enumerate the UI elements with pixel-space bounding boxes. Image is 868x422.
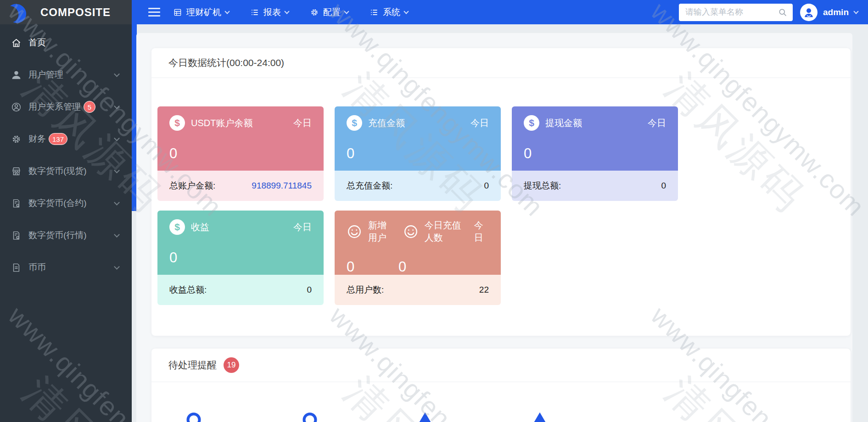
person-icon [803, 6, 815, 18]
stat-card-label: 新增用户 [368, 219, 394, 244]
chevron-down-icon [853, 9, 858, 14]
sidebar-item[interactable]: 财务137 [0, 123, 132, 155]
stat-card-value: 0 [347, 145, 398, 162]
navbar-menus: 理财矿机报表配置系统 [173, 6, 429, 18]
smile-icon [403, 224, 419, 239]
home-icon [11, 38, 22, 48]
stat-footer-label: 总充值金额: [347, 180, 392, 192]
nav-menu-label: 理财矿机 [186, 6, 221, 18]
dollar-icon: $ [169, 115, 185, 131]
user-avatar[interactable] [800, 4, 818, 21]
stat-cards-row-1: $USDT账户余额今日0总账户金额:918899.711845$充值金额今日0总… [157, 106, 851, 201]
stat-card-label: 提现金额 [545, 117, 582, 129]
user-icon [11, 70, 22, 80]
search-input[interactable] [685, 7, 778, 17]
nav-menu-item[interactable]: 报表 [250, 6, 289, 18]
smile-icon [347, 224, 362, 239]
menu-search-box [679, 4, 793, 21]
stat-card-top: $收益今日0 [157, 211, 324, 275]
stat-card-heading: $提现金额 [524, 115, 582, 131]
chevron-down-icon [114, 71, 120, 77]
sidebar-item-label: 币币 [28, 261, 46, 273]
stat-card-label: 充值金额 [368, 117, 405, 129]
stat-card-value: 0 [347, 259, 398, 275]
list-icon [370, 8, 379, 17]
stat-card-label: 今日充值人数 [425, 219, 465, 244]
sidebar-item[interactable]: 数字货币(现货) [0, 155, 132, 187]
stat-card: 新增用户今日充值人数今日00总用户数:22 [335, 211, 501, 305]
chevron-down-icon [114, 232, 120, 238]
nav-menu-item[interactable]: 系统 [370, 6, 408, 18]
stat-footer-value: 0 [661, 181, 666, 191]
nav-menu-label: 报表 [263, 6, 281, 18]
stat-card-tag: 今日 [648, 117, 666, 129]
sidebar-item[interactable]: 用户管理 [0, 59, 132, 91]
today-stats-title: 今日数据统计(00:00-24:00) [151, 48, 851, 78]
stat-card-tag: 今日 [293, 221, 312, 233]
stat-card-tag: 今日 [474, 219, 489, 244]
gear-icon [310, 8, 319, 17]
today-stats-panel: 今日数据统计(00:00-24:00) $USDT账户余额今日0总账户金额:91… [151, 48, 851, 336]
pending-reminders-panel: 待处理提醒 19 [151, 349, 851, 422]
stat-card-label: 收益 [191, 221, 209, 233]
notice-arrow-icon[interactable] [407, 411, 443, 422]
chevron-down-icon [114, 264, 120, 270]
stat-card-heading: $USDT账户余额 [169, 115, 252, 131]
stat-footer-value: 0 [484, 181, 489, 191]
search-icon[interactable] [778, 8, 787, 17]
nav-menu-label: 系统 [383, 6, 400, 18]
stat-card: $充值金额今日0总充值金额:0 [335, 106, 501, 201]
pending-count-badge: 19 [224, 357, 239, 373]
chevron-down-icon [403, 9, 409, 14]
nav-menu-item[interactable]: 配置 [310, 6, 348, 18]
sidebar-item[interactable]: 币币 [0, 251, 132, 283]
stat-card-footer: 收益总额:0 [157, 275, 324, 305]
notice-user-icon[interactable] [175, 411, 212, 422]
sidebar-item[interactable]: 数字货币(行情) [0, 219, 132, 251]
doc-gear-icon [11, 230, 22, 241]
sidebar-item[interactable]: 首页 [0, 27, 132, 59]
stat-card-heading: 新增用户 [347, 219, 394, 244]
count-badge: 5 [84, 101, 95, 113]
chevron-down-icon [114, 167, 120, 173]
stat-card-footer: 提现总额:0 [512, 171, 678, 201]
sidebar-item-label: 用户管理 [28, 69, 63, 81]
stat-card-heading: 今日充值人数 [403, 219, 465, 244]
stat-footer-label: 收益总额: [169, 284, 207, 296]
nav-menu-item[interactable]: 理财矿机 [173, 6, 229, 18]
stat-footer-value: 918899.711845 [252, 181, 312, 191]
notice-arrow-icon[interactable] [521, 411, 558, 422]
stat-card-value: 0 [398, 259, 450, 275]
stat-card-footer: 总账户金额:918899.711845 [157, 171, 324, 201]
sidebar-item[interactable]: 数字货币(合约) [0, 187, 132, 219]
sidebar-item-label: 数字货币(合约) [28, 197, 87, 209]
sidebar-item-label: 数字货币(现货) [28, 165, 87, 177]
list-icon [250, 8, 259, 17]
app-title: COMPOSITE [40, 6, 111, 19]
stat-card-top: 新增用户今日充值人数今日00 [335, 211, 501, 275]
dollar-icon: $ [347, 115, 362, 131]
stat-footer-label: 总用户数: [347, 284, 384, 296]
doc-icon [11, 262, 22, 273]
sidebar-item-label: 首页 [28, 37, 46, 49]
hamburger-menu-icon[interactable] [148, 6, 160, 19]
shop-icon [11, 166, 22, 177]
form-icon [173, 8, 182, 17]
stat-card-value: 0 [169, 250, 221, 266]
sidebar-item[interactable]: 用户关系管理5 [0, 91, 132, 123]
pending-reminders-header: 待处理提醒 19 [151, 349, 851, 382]
stat-card-heading: $充值金额 [347, 115, 405, 131]
username[interactable]: admin [823, 7, 849, 17]
stat-card: $提现金额今日0提现总额:0 [512, 106, 678, 201]
stat-card-top: $提现金额今日0 [512, 106, 678, 171]
notice-user-icon[interactable] [291, 411, 328, 422]
stat-card-footer: 总充值金额:0 [335, 171, 501, 201]
chevron-down-icon [284, 9, 289, 14]
stat-card-tag: 今日 [293, 117, 312, 129]
chevron-down-icon [114, 103, 120, 109]
dollar-icon: $ [524, 115, 539, 131]
user-circle-icon [11, 102, 22, 112]
stat-card-top: $USDT账户余额今日0 [157, 106, 324, 171]
stat-card: $USDT账户余额今日0总账户金额:918899.711845 [157, 106, 324, 201]
chevron-down-icon [344, 9, 349, 14]
